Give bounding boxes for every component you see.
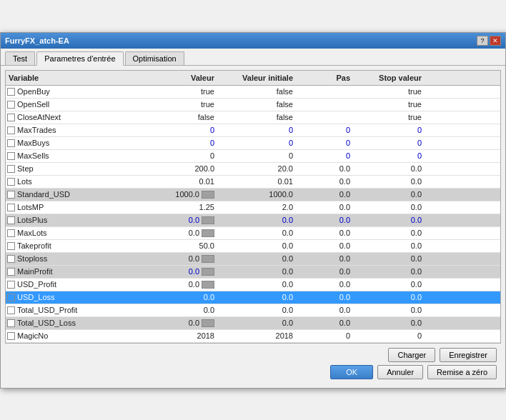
cell-stop: 0 [356, 331, 427, 341]
table-row[interactable]: MainProfit 0.0 0.0 0.0 0.0 [6, 266, 500, 279]
cell-step [299, 116, 356, 118]
charger-button[interactable]: Charger [388, 348, 435, 362]
cell-value: 0 [163, 138, 220, 148]
cell-initial: 0.01 [220, 176, 299, 186]
row-checkbox[interactable] [7, 165, 15, 173]
var-cell: MaxSells [6, 151, 163, 161]
row-checkbox[interactable] [7, 114, 15, 121]
table-row[interactable]: MaxBuys 0 0 0 0 [6, 137, 500, 150]
cell-initial: 0.0 [220, 254, 299, 264]
cell-step: 0.0 [299, 176, 356, 186]
var-cell: Total_USD_Loss [6, 318, 163, 328]
tab-parametres[interactable]: Parametres d'entrée [36, 51, 123, 66]
close-button[interactable]: ✕ [490, 36, 501, 46]
row-checkbox[interactable] [7, 204, 15, 211]
row-checkbox[interactable] [7, 268, 15, 276]
table-row[interactable]: Standard_USD 1000.0 1000.0 0.0 0.0 [6, 189, 500, 201]
cell-step: 0.0 [299, 279, 356, 289]
row-checkbox[interactable] [7, 332, 15, 340]
var-cell: OpenBuy [6, 86, 163, 96]
progress-bar [202, 281, 214, 289]
table-row[interactable]: MagicNo 2018 2018 0 0 [6, 330, 500, 343]
col-valeur: Valeur [163, 72, 220, 84]
table-row[interactable]: OpenSell true false true [6, 99, 500, 111]
table-row[interactable]: LotsMP 1.25 2.0 0.0 0.0 [6, 201, 500, 214]
tab-test[interactable]: Test [5, 51, 35, 65]
row-checkbox[interactable] [7, 139, 15, 147]
help-button[interactable]: ? [477, 36, 488, 46]
cell-initial: 0.0 [220, 279, 299, 289]
row-checkbox[interactable] [7, 319, 15, 327]
cell-initial: 1000.0 [220, 189, 299, 199]
table-row[interactable]: LotsPlus 0.0 0.0 0.0 0.0 [6, 214, 500, 227]
cell-step: 0.0 [299, 292, 356, 302]
var-name: MaxBuys [17, 139, 49, 147]
cell-step: 0 [299, 138, 356, 148]
cell-value: 2018 [163, 331, 220, 341]
var-cell: Standard_USD [6, 189, 163, 199]
row-checkbox[interactable] [7, 229, 15, 237]
window-title: FurryFX_atch-EA [5, 36, 69, 45]
progress-bar [202, 191, 214, 199]
table-row[interactable]: MaxLots 0.0 0.0 0.0 0.0 [6, 227, 500, 240]
cell-initial: 0.0 [220, 228, 299, 238]
remise-button[interactable]: Remise a zéro [427, 365, 497, 379]
ok-button[interactable]: OK [330, 365, 373, 379]
cell-stop: 0 [356, 125, 427, 135]
cell-value: true [163, 86, 220, 96]
table-row[interactable]: USD_Loss 0.0 0.0 0.0 0.0 [6, 291, 500, 304]
progress-bar [202, 255, 214, 263]
cell-initial: false [220, 86, 299, 96]
table-row[interactable]: MaxSells 0 0 0 0 [6, 150, 500, 163]
row-checkbox[interactable] [7, 306, 15, 314]
cell-step: 0.0 [299, 241, 356, 251]
table-row[interactable]: MaxTrades 0 0 0 0 [6, 124, 500, 137]
table-row[interactable]: Lots 0.01 0.01 0.0 0.0 [6, 176, 500, 189]
row-checkbox[interactable] [7, 191, 15, 199]
row-checkbox[interactable] [7, 88, 15, 96]
cell-initial: 20.0 [220, 164, 299, 174]
row-checkbox[interactable] [7, 152, 15, 160]
cell-initial: 0.0 [220, 318, 299, 328]
var-name: Takeprofit [17, 241, 51, 250]
cell-step: 0.0 [299, 305, 356, 315]
table-row[interactable]: Stoploss 0.0 0.0 0.0 0.0 [6, 253, 500, 266]
row-checkbox[interactable] [7, 294, 15, 301]
cell-value: false [163, 112, 220, 122]
title-bar-buttons: ? ✕ [477, 36, 501, 46]
row-checkbox[interactable] [7, 281, 15, 289]
cell-value: 0.0 [163, 254, 220, 264]
var-name: OpenSell [17, 100, 49, 109]
cell-step: 0.0 [299, 318, 356, 328]
cell-stop: 0.0 [356, 189, 427, 199]
cell-stop: 0.0 [356, 202, 427, 212]
var-name: Step [17, 164, 34, 173]
table-row[interactable]: Step 200.0 20.0 0.0 0.0 [6, 163, 500, 176]
main-window: FurryFX_atch-EA ? ✕ Test Parametres d'en… [0, 32, 506, 389]
cell-stop: 0.0 [356, 279, 427, 289]
table-row[interactable]: OpenBuy true false true [6, 86, 500, 99]
table-row[interactable]: CloseAtNext false false true [6, 111, 500, 124]
cell-step: 0.0 [299, 254, 356, 264]
cell-stop: 0.0 [356, 292, 427, 302]
var-cell: CloseAtNext [6, 112, 163, 122]
title-bar: FurryFX_atch-EA ? ✕ [1, 33, 505, 49]
table-row[interactable]: Takeprofit 50.0 0.0 0.0 0.0 [6, 240, 500, 253]
row-checkbox[interactable] [7, 101, 15, 109]
row-checkbox[interactable] [7, 126, 15, 134]
tab-optimisation[interactable]: Optimisation [125, 51, 184, 65]
annuler-button[interactable]: Annuler [377, 365, 423, 379]
cell-value: 0.0 [163, 266, 220, 276]
table-row[interactable]: Total_USD_Profit 0.0 0.0 0.0 0.0 [6, 304, 500, 317]
cell-value: 0.0 [163, 215, 220, 225]
row-checkbox[interactable] [7, 242, 15, 250]
cell-step: 0 [299, 331, 356, 341]
row-checkbox[interactable] [7, 178, 15, 186]
enregistrer-button[interactable]: Enregistrer [440, 348, 497, 362]
row-checkbox[interactable] [7, 216, 15, 224]
var-name: MaxSells [17, 151, 49, 160]
table-row[interactable]: USD_Profit 0.0 0.0 0.0 0.0 [6, 279, 500, 291]
row-checkbox[interactable] [7, 255, 15, 263]
cell-step: 0.0 [299, 228, 356, 238]
table-row[interactable]: Total_USD_Loss 0.0 0.0 0.0 0.0 [6, 317, 500, 330]
